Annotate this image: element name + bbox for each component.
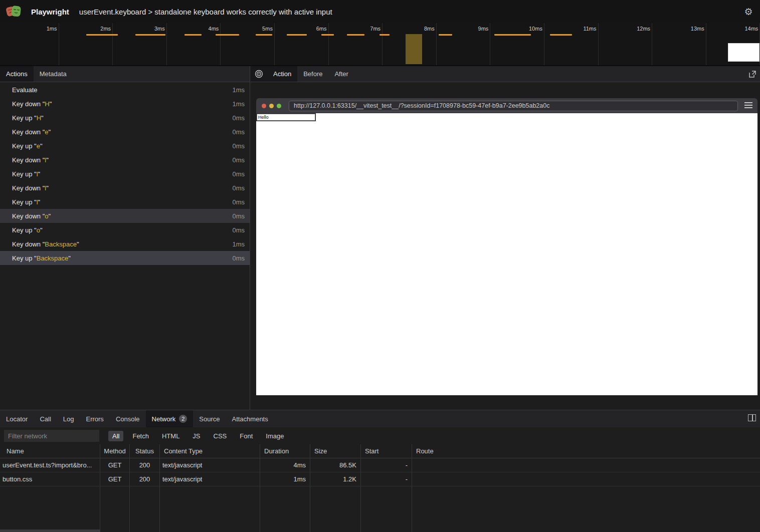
cell-name: button.css: [0, 472, 100, 486]
tab-attachments[interactable]: Attachments: [226, 410, 274, 427]
timeline-tick-label: 5ms: [223, 26, 273, 32]
action-row[interactable]: Key up "Backspace"0ms: [0, 251, 250, 265]
action-duration: 0ms: [232, 212, 250, 220]
action-row[interactable]: Key down "e"0ms: [0, 125, 250, 139]
tab-network[interactable]: Network2: [146, 410, 194, 427]
action-row[interactable]: Key up "e"0ms: [0, 139, 250, 153]
filter-chip-font[interactable]: Font: [236, 431, 257, 441]
action-row[interactable]: Key up "l"0ms: [0, 167, 250, 181]
filler-column: [160, 486, 260, 532]
network-table-row[interactable]: userEvent.test.ts?import&bro...GET200tex…: [0, 458, 760, 472]
action-row[interactable]: Key down "l"0ms: [0, 181, 250, 195]
quote: ": [49, 212, 51, 220]
cell-duration: 4ms: [260, 458, 310, 472]
timeline-gridline: [544, 23, 544, 65]
tab-badge: 2: [179, 415, 187, 423]
filter-chip-all[interactable]: All: [108, 431, 123, 441]
cell-status: 200: [130, 472, 160, 486]
snapshot-url-field: http://127.0.0.1:63315/__vitest_test__/?…: [289, 101, 738, 111]
tab-log[interactable]: Log: [57, 410, 80, 427]
network-filter-input[interactable]: [4, 430, 99, 442]
key-value: o: [37, 226, 40, 234]
traffic-light-red-icon: [262, 104, 266, 108]
filler-column: [361, 486, 412, 532]
tab-locator[interactable]: Locator: [0, 410, 34, 427]
traffic-light-yellow-icon: [269, 104, 274, 108]
filter-chip-image[interactable]: Image: [262, 431, 288, 441]
timeline-selected-range: [406, 34, 422, 64]
tab-label: After: [334, 70, 348, 78]
tab-action[interactable]: Action: [267, 66, 297, 82]
filler-column: [0, 486, 100, 532]
tab-after[interactable]: After: [328, 66, 354, 82]
tab-label: Locator: [6, 415, 28, 423]
action-row[interactable]: Key down "o"0ms: [0, 209, 250, 223]
quote: ": [40, 142, 43, 150]
action-duration: 0ms: [232, 226, 250, 234]
action-row[interactable]: Key up "o"0ms: [0, 223, 250, 237]
action-row[interactable]: Key down "Backspace"1ms: [0, 237, 250, 251]
action-duration: 0ms: [232, 142, 250, 150]
timeline[interactable]: 1ms2ms3ms4ms5ms6ms7ms8ms9ms10ms11ms12ms1…: [0, 23, 760, 66]
cell-start: -: [361, 458, 412, 472]
timeline-action-mark: [347, 34, 364, 36]
action-row[interactable]: Key up "l"0ms: [0, 195, 250, 209]
snapshot-text-input[interactable]: Hello: [257, 114, 315, 121]
snapshot-browser-chrome: http://127.0.0.1:63315/__vitest_test__/?…: [256, 98, 757, 113]
tab-label: Console: [116, 415, 140, 423]
action-row[interactable]: Evaluate1ms: [0, 83, 250, 97]
action-list: Evaluate1msKey down "H"1msKey up "H"0msK…: [0, 83, 250, 410]
timeline-action-mark: [494, 34, 531, 36]
toggle-layout-icon[interactable]: [748, 414, 756, 421]
network-table-row[interactable]: button.cssGET200text/javascript1ms1.2K-: [0, 472, 760, 486]
action-duration: 0ms: [232, 198, 250, 206]
timeline-action-mark: [550, 34, 572, 36]
cell-route: [412, 472, 760, 486]
trace-viewer: Playwright userEvent.keyboard > standalo…: [0, 0, 760, 532]
tab-metadata[interactable]: Metadata: [34, 66, 73, 82]
tab-source[interactable]: Source: [193, 410, 226, 427]
filter-chip-css[interactable]: CSS: [210, 431, 231, 441]
quote: ": [49, 128, 51, 136]
horizontal-scrollbar-thumb[interactable]: [0, 529, 100, 532]
column-header-name: Name: [0, 444, 100, 458]
timeline-tick-label: 4ms: [168, 26, 219, 32]
filter-chip-html[interactable]: HTML: [158, 431, 183, 441]
tab-actions[interactable]: Actions: [0, 66, 34, 82]
column-header-method: Method: [100, 444, 130, 458]
timeline-gridline: [220, 23, 221, 65]
snapshot-area[interactable]: http://127.0.0.1:63315/__vitest_test__/?…: [251, 83, 760, 410]
tab-console[interactable]: Console: [110, 410, 146, 427]
filter-chip-js[interactable]: JS: [188, 431, 204, 441]
filter-chip-fetch[interactable]: Fetch: [128, 431, 153, 441]
tab-label: Network: [152, 415, 176, 423]
network-filter-chips: AllFetchHTMLJSCSSFontImage: [108, 431, 288, 441]
action-title: Key up "e": [0, 142, 43, 150]
open-snapshot-external-icon[interactable]: [748, 70, 757, 79]
action-row[interactable]: Key up "H"0ms: [0, 111, 250, 125]
action-title: Key down "e": [0, 128, 51, 136]
action-duration: 1ms: [232, 240, 250, 248]
action-duration: 0ms: [232, 170, 250, 178]
tab-errors[interactable]: Errors: [80, 410, 109, 427]
action-row[interactable]: Key down "H"1ms: [0, 97, 250, 111]
cell-content-type: text/javascript: [160, 458, 260, 472]
tab-before[interactable]: Before: [297, 66, 328, 82]
test-title: userEvent.keyboard > standalone keyboard…: [79, 8, 332, 16]
snapshot-tabbar: ActionBeforeAfter: [251, 66, 760, 82]
tab-call[interactable]: Call: [34, 410, 57, 427]
timeline-action-mark: [256, 34, 272, 36]
pick-locator-button[interactable]: [251, 66, 267, 82]
quote: ": [40, 226, 43, 234]
filler-column: [310, 486, 361, 532]
timeline-gridline: [598, 23, 599, 65]
quote: ": [77, 240, 79, 248]
settings-gear-icon[interactable]: ⚙: [742, 5, 755, 18]
actions-panel: ActionsMetadata Evaluate1msKey down "H"1…: [0, 66, 250, 410]
timeline-action-mark: [184, 34, 202, 36]
quote: ": [38, 198, 41, 206]
action-row[interactable]: Key down "l"0ms: [0, 153, 250, 167]
snapshot-page[interactable]: Hello: [256, 113, 757, 395]
timeline-action-mark: [379, 34, 390, 36]
cell-method: GET: [100, 472, 130, 486]
